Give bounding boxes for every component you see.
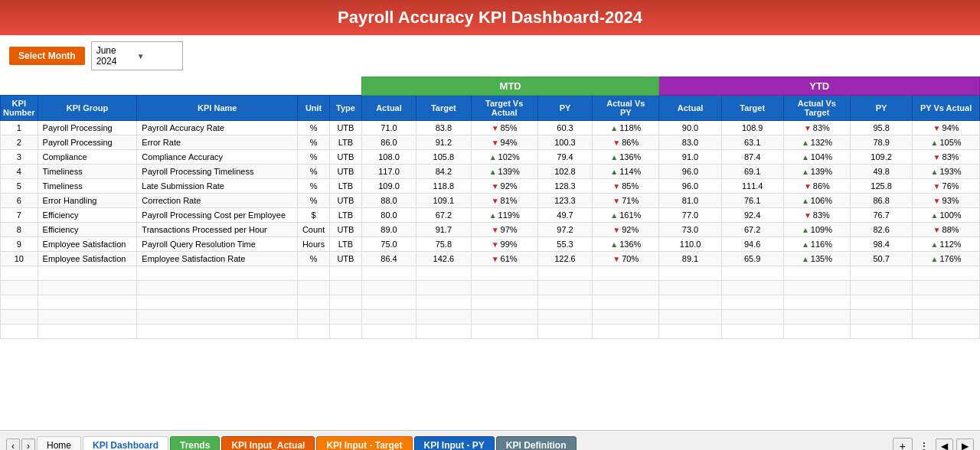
empty-cell	[330, 324, 362, 339]
mtd-tva-cell: ▼ 85%	[471, 121, 537, 135]
mtd-py-cell: 49.7	[537, 208, 592, 223]
ytd-py-cell: 86.8	[851, 194, 913, 208]
empty-cell	[851, 310, 913, 324]
empty-cell	[1, 295, 38, 310]
arrow-down-icon: ▼	[492, 139, 499, 147]
tab-kpi-input---py[interactable]: KPI Input - PY	[414, 436, 495, 451]
mtd-avpy-cell: ▼ 85%	[593, 179, 659, 194]
arrow-up-icon: ▲	[931, 211, 939, 220]
mtd-tva-cell: ▼ 97%	[471, 223, 537, 237]
kpi-num-cell: 3	[1, 150, 38, 165]
empty-cell	[1, 281, 38, 295]
arrow-up-icon: ▲	[802, 139, 809, 147]
tab-kpi-input---target[interactable]: KPI Input - Target	[316, 436, 412, 451]
empty-cell	[783, 266, 850, 281]
ytd-avt-cell: ▲ 106%	[783, 194, 850, 208]
ytd-pvsa-cell: ▼ 93%	[913, 194, 980, 208]
empty-row	[1, 281, 980, 295]
more-options-button[interactable]: ⋮	[916, 439, 933, 451]
kpi-group-cell: Efficiency	[38, 208, 137, 223]
nav-left-button[interactable]: ◀	[936, 439, 953, 451]
empty-cell	[471, 295, 537, 310]
type-cell: UTB	[330, 121, 362, 135]
empty-cell	[137, 310, 298, 324]
empty-cell	[659, 281, 721, 295]
kpi-name-cell: Transactions Processed per Hour	[137, 223, 298, 237]
empty-cell	[913, 295, 980, 310]
ytd-pvsa-cell: ▲ 193%	[913, 165, 980, 179]
empty-cell	[537, 266, 592, 281]
empty-cell	[137, 281, 298, 295]
kpi-name-cell: Correction Rate	[137, 194, 298, 208]
empty-cell	[137, 266, 298, 281]
arrow-up-icon: ▲	[610, 153, 618, 161]
tab-nav-arrows: ‹ ›	[6, 439, 35, 451]
ytd-pvsa-cell: ▼ 76%	[913, 179, 980, 194]
empty-cell	[416, 324, 471, 339]
mtd-tva-cell: ▼ 99%	[471, 237, 537, 252]
tab-home[interactable]: Home	[37, 436, 81, 451]
unit-cell: %	[298, 194, 330, 208]
empty-cell	[851, 281, 913, 295]
empty-cell	[298, 324, 330, 339]
tab-prev-button[interactable]: ‹	[6, 439, 20, 451]
arrow-up-icon: ▲	[610, 168, 618, 176]
ytd-target-cell: 69.1	[721, 165, 783, 179]
mtd-target-cell: 67.2	[416, 208, 471, 223]
empty-cell	[471, 324, 537, 339]
arrow-up-icon: ▲	[931, 168, 939, 176]
type-cell: UTB	[330, 223, 362, 237]
tab-next-button[interactable]: ›	[21, 439, 35, 451]
table-row: 1 Payroll Processing Payroll Accuracy Ra…	[1, 121, 980, 135]
header-title: Payroll Accuracy KPI Dashboard-2024	[338, 8, 642, 27]
col-mtd-py: PY	[537, 96, 592, 121]
add-sheet-button[interactable]: +	[893, 438, 913, 451]
tab-kpi-input_actual[interactable]: KPI Input_Actual	[221, 436, 315, 451]
mtd-tva-cell: ▼ 92%	[471, 179, 537, 194]
empty-cell	[783, 324, 850, 339]
mtd-avpy-cell: ▲ 136%	[593, 150, 659, 165]
tab-kpi-dashboard[interactable]: KPI Dashboard	[83, 436, 168, 451]
empty-cell	[593, 324, 659, 339]
nav-right-button[interactable]: ▶	[956, 439, 974, 451]
kpi-name-cell: Payroll Query Resolution Time	[137, 237, 298, 252]
empty-cell	[416, 295, 471, 310]
empty-cell	[416, 281, 471, 295]
empty-cell	[1, 310, 38, 324]
tab-kpi-definition[interactable]: KPI Definition	[496, 436, 577, 451]
kpi-name-cell: Late Submission Rate	[137, 179, 298, 194]
tab-trends[interactable]: Trends	[170, 436, 220, 451]
arrow-down-icon: ▼	[492, 182, 499, 191]
mtd-py-cell: 79.4	[537, 150, 592, 165]
empty-cell	[721, 266, 783, 281]
empty-row	[1, 310, 980, 324]
tab-bar: ‹ › HomeKPI DashboardTrendsKPI Input_Act…	[0, 430, 980, 450]
ytd-py-cell: 76.7	[851, 208, 913, 223]
col-ytd-target: Target	[721, 96, 783, 121]
mtd-avpy-cell: ▼ 86%	[593, 135, 659, 150]
ytd-target-cell: 67.2	[721, 223, 783, 237]
col-unit: Unit	[298, 96, 330, 121]
mtd-target-cell: 105.8	[416, 150, 471, 165]
ytd-avt-cell: ▲ 132%	[783, 135, 850, 150]
empty-row	[1, 324, 980, 339]
empty-cell	[137, 324, 298, 339]
kpi-group-cell: Error Handling	[38, 194, 137, 208]
month-dropdown[interactable]: June 2024 ▼	[91, 41, 183, 70]
empty-cell	[298, 310, 330, 324]
tabs-container: HomeKPI DashboardTrendsKPI Input_ActualK…	[37, 436, 577, 451]
empty-cell	[38, 324, 137, 339]
arrow-down-icon: ▼	[612, 139, 620, 147]
empty-cell	[361, 324, 416, 339]
empty-cell	[593, 281, 659, 295]
ytd-actual-cell: 81.0	[659, 194, 721, 208]
arrow-down-icon: ▼	[933, 153, 941, 161]
type-cell: UTB	[330, 165, 362, 179]
ytd-target-cell: 87.4	[721, 150, 783, 165]
kpi-num-cell: 4	[1, 165, 38, 179]
empty-cell	[361, 295, 416, 310]
select-month-button[interactable]: Select Month	[9, 47, 85, 65]
mtd-avpy-cell: ▼ 71%	[593, 194, 659, 208]
arrow-down-icon: ▼	[492, 255, 499, 263]
col-kpi-name: KPI Name	[137, 96, 298, 121]
